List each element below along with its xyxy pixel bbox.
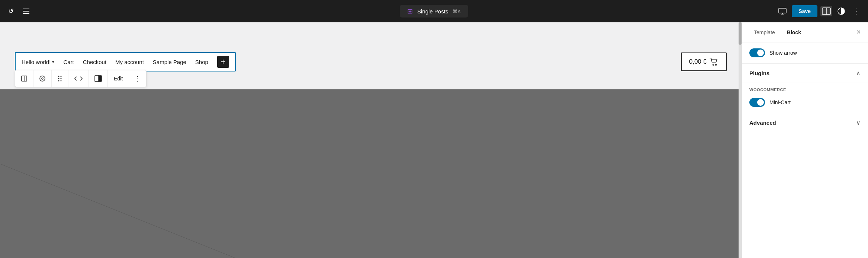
title-bar[interactable]: ⊞ Single Posts ⌘K <box>400 5 468 17</box>
nav-item-sample-page[interactable]: Sample Page <box>153 59 186 65</box>
split-view-icon <box>822 7 831 15</box>
disable-button[interactable] <box>33 70 52 87</box>
svg-point-19 <box>58 80 60 82</box>
svg-rect-2 <box>23 13 29 14</box>
svg-point-20 <box>61 80 62 82</box>
right-panel: Template Block × Show arrow Plugins ∧ WO… <box>742 22 868 258</box>
edit-button[interactable]: Edit <box>108 70 129 87</box>
svg-line-24 <box>0 164 372 258</box>
woocommerce-label: WOOCOMMERCE <box>742 83 868 95</box>
mini-cart-toggle[interactable] <box>749 98 765 107</box>
svg-rect-22 <box>99 76 102 82</box>
cart-price: 0,00 € <box>689 58 707 66</box>
svg-point-18 <box>61 78 62 79</box>
disable-icon <box>39 75 46 82</box>
split-view-button[interactable] <box>820 6 832 16</box>
keyboard-shortcut: ⌘K <box>453 9 461 14</box>
nav-item-my-account[interactable]: My account <box>115 59 144 65</box>
svg-rect-1 <box>23 11 29 12</box>
edit-label: Edit <box>114 76 123 82</box>
undo-button[interactable]: ↺ <box>6 5 16 17</box>
advanced-section-header[interactable]: Advanced ∨ <box>742 113 868 132</box>
show-arrow-section: Show arrow <box>742 42 868 64</box>
show-arrow-toggle[interactable] <box>749 48 765 57</box>
more-options-icon: ⋮ <box>852 7 860 16</box>
canvas-background <box>0 89 742 258</box>
nav-item-hello-world[interactable]: Hello world! ▾ <box>22 59 54 65</box>
plugins-title: Plugins <box>749 70 769 76</box>
block-toolbar: Edit ⋮ <box>15 70 147 87</box>
navigate-button[interactable] <box>68 70 89 87</box>
main-area: Hello world! ▾ Cart Checkout My account … <box>0 22 868 258</box>
svg-point-17 <box>58 78 60 79</box>
topbar-left: ↺ <box>6 5 32 17</box>
nav-container: Hello world! ▾ Cart Checkout My account … <box>15 52 727 71</box>
tab-template[interactable]: Template <box>748 27 781 38</box>
contrast-icon <box>838 7 845 15</box>
scrollbar-track[interactable] <box>739 22 742 258</box>
nav-item-checkout[interactable]: Checkout <box>83 59 106 65</box>
toolbar-more-button[interactable]: ⋮ <box>129 70 146 87</box>
drag-handle-button[interactable] <box>52 70 68 87</box>
block-type-button[interactable] <box>15 70 33 87</box>
cart-button[interactable]: 0,00 € <box>681 52 727 71</box>
canvas-content <box>0 89 742 258</box>
mini-cart-row: Mini-Cart <box>742 95 868 113</box>
hamburger-icon <box>23 9 29 14</box>
more-options-button[interactable]: ⋮ <box>850 4 862 18</box>
monitor-icon <box>778 8 787 15</box>
align-icon <box>94 75 102 82</box>
monitor-button[interactable] <box>776 6 789 17</box>
svg-point-9 <box>713 64 714 66</box>
advanced-title: Advanced <box>749 120 776 126</box>
svg-point-13 <box>40 76 45 81</box>
plugins-section-header[interactable]: Plugins ∧ <box>742 64 868 83</box>
page-type-icon: ⊞ <box>407 7 413 15</box>
svg-point-10 <box>716 64 717 66</box>
page-title: Single Posts <box>417 8 448 15</box>
svg-rect-3 <box>779 8 786 13</box>
topbar-center: ⊞ Single Posts ⌘K <box>400 5 468 17</box>
panel-header: Template Block × <box>742 22 868 42</box>
topbar-right: Save ⋮ <box>776 4 862 18</box>
tab-block[interactable]: Block <box>781 27 807 38</box>
nav-add-button[interactable]: + <box>217 56 229 68</box>
panel-close-button[interactable]: × <box>855 27 862 38</box>
align-button[interactable] <box>89 70 108 87</box>
nav-bar: Hello world! ▾ Cart Checkout My account … <box>15 52 236 71</box>
save-button[interactable]: Save <box>792 5 817 17</box>
hamburger-button[interactable] <box>20 6 32 16</box>
mini-cart-label: Mini-Cart <box>769 99 791 105</box>
top-bar: ↺ ⊞ Single Posts ⌘K Save <box>0 0 868 22</box>
cart-icon <box>710 58 718 66</box>
advanced-chevron-icon: ∨ <box>856 119 861 126</box>
plugins-chevron-icon: ∧ <box>856 70 861 77</box>
scrollbar-thumb[interactable] <box>739 22 742 45</box>
block-type-icon <box>20 75 28 82</box>
navigate-icon <box>74 76 83 82</box>
dropdown-arrow-icon: ▾ <box>52 60 54 64</box>
show-arrow-row: Show arrow <box>749 48 861 57</box>
svg-rect-0 <box>23 9 29 9</box>
svg-point-14 <box>42 78 43 79</box>
panel-body: Show arrow Plugins ∧ WOOCOMMERCE Mini-Ca… <box>742 42 868 258</box>
svg-point-15 <box>58 76 60 77</box>
svg-point-16 <box>61 76 62 77</box>
toolbar-more-icon: ⋮ <box>134 74 141 83</box>
nav-item-cart[interactable]: Cart <box>63 59 74 65</box>
show-arrow-label: Show arrow <box>769 50 797 56</box>
contrast-button[interactable] <box>835 5 847 17</box>
drag-icon <box>57 75 63 82</box>
nav-item-shop[interactable]: Shop <box>195 59 208 65</box>
undo-icon: ↺ <box>8 7 14 15</box>
canvas-area: Hello world! ▾ Cart Checkout My account … <box>0 22 742 258</box>
